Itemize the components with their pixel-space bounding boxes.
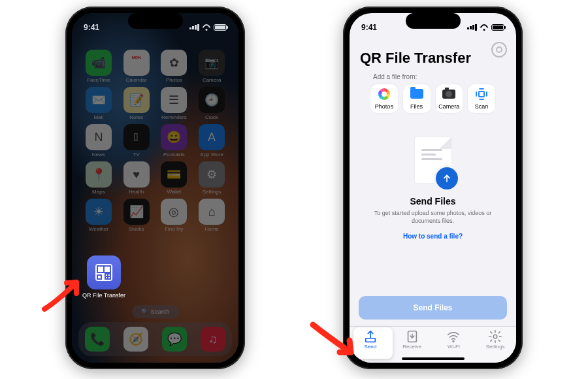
- battery-icon: [491, 24, 504, 31]
- phone-home-screen: 9:41 📹FaceTimeMON10Calendar✿Photos📷Camer…: [65, 7, 245, 369]
- source-photos[interactable]: Photos: [370, 84, 398, 113]
- empty-subtext: To get started upload some photos, video…: [365, 209, 500, 225]
- files-icon: [410, 88, 423, 101]
- annotation-arrow: [309, 320, 369, 367]
- camera-icon: [442, 88, 455, 101]
- how-to-send-link[interactable]: How to send a file?: [403, 233, 463, 240]
- document-icon: [415, 137, 451, 183]
- home-indicator: [402, 357, 465, 360]
- status-time: 9:41: [361, 23, 377, 32]
- wifi-icon: [202, 24, 211, 31]
- dynamic-island: [128, 13, 183, 29]
- empty-state: Send Files To get started upload some ph…: [350, 137, 516, 240]
- signal-icon: [189, 24, 199, 31]
- svg-point-3: [493, 335, 497, 338]
- scan-icon: [475, 88, 488, 101]
- photos-icon: [378, 88, 391, 101]
- wifi-icon: [480, 24, 489, 31]
- upload-arrow-icon: [436, 167, 458, 190]
- source-camera[interactable]: Camera: [436, 84, 463, 113]
- send-files-button[interactable]: Send Files: [359, 296, 507, 320]
- tab-receive[interactable]: Receive: [391, 331, 433, 350]
- dim-overlay: [72, 13, 238, 363]
- source-scan[interactable]: Scan: [468, 84, 495, 113]
- wifi-icon: [446, 331, 461, 342]
- add-file-sources: PhotosFilesCameraScan: [370, 84, 495, 113]
- empty-heading: Send Files: [410, 196, 455, 206]
- app-header: QR File Transfer Add a file from: Photos…: [350, 42, 516, 113]
- source-files[interactable]: Files: [403, 84, 431, 113]
- tab-wifi[interactable]: Wi-Fi: [433, 331, 475, 350]
- svg-point-2: [453, 340, 454, 342]
- receive-icon: [405, 331, 419, 342]
- status-time: 9:41: [84, 23, 99, 32]
- page-title: QR File Transfer: [360, 50, 506, 67]
- dynamic-island: [406, 13, 461, 29]
- signal-icon: [467, 24, 477, 31]
- annotation-arrow: [41, 267, 93, 313]
- battery-icon: [214, 24, 227, 31]
- qr-code-icon: [95, 264, 112, 281]
- add-file-hint: Add a file from:: [370, 73, 495, 80]
- settings-icon: [488, 331, 502, 342]
- tab-settings[interactable]: Settings: [474, 331, 516, 350]
- phone-app-screen: 9:41 QR File Transfer Add a file from: P…: [343, 7, 523, 369]
